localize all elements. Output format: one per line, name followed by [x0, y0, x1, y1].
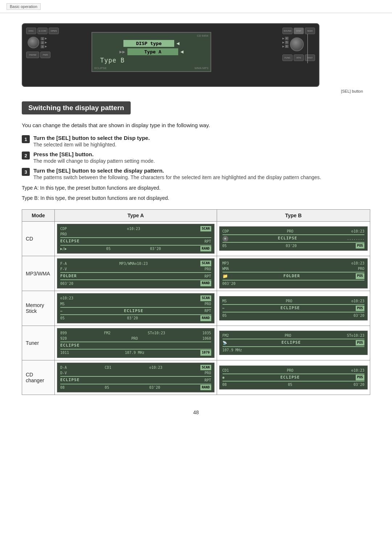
- highlight-bar2-mem-b: [222, 312, 364, 312]
- screen-row-3: Type B: [98, 57, 127, 64]
- type-a-cdchanger: D-ACD1⊙10:23SCAN D-VPRO ECLIPSERPT 08050…: [55, 360, 217, 395]
- step-1: 1 Turn the [SEL] button to select the Di…: [22, 135, 370, 148]
- wma-label: WMA·MP3: [195, 66, 208, 70]
- highlight-bar2-tuner-b: [222, 346, 364, 347]
- highlight-bar2-mp3-b: [222, 280, 364, 280]
- intro-text: You can change the details that are show…: [22, 121, 370, 130]
- step-1-content: Turn the [SEL] button to select the Disp…: [33, 135, 370, 148]
- cd-changer-icon: ◉: [222, 375, 225, 380]
- highlight-bar-mp3-a: [60, 272, 211, 273]
- rtn-btn[interactable]: RTN: [294, 55, 304, 61]
- type-b-cd: CDPPRO⊙10:23 ◉ECLIPSE........ 0503'20POS: [217, 221, 370, 256]
- screen-type-a: Type A: [127, 48, 178, 55]
- type-a-tuner: 899FM2ST⊙10:231035 920PRO1060 ECLIPSE 10…: [55, 326, 217, 360]
- type-b-cdchanger: CD1PRO⊙10:23 ◉ECLIPSEPOS 080503'20: [217, 360, 370, 395]
- mini-screen-cd-a: CDP⊙10:23SCAN PRO ECLIPSERPT ▶/▶0503'20R…: [57, 224, 215, 254]
- tast-btn[interactable]: TAST: [305, 55, 315, 61]
- device-left-controls: DISC E-COM OPEN 1 ▶ 2 ▶: [26, 28, 59, 58]
- mini-screen-cdc-b: CD1PRO⊙10:23 ◉ECLIPSEPOS 080503'20: [219, 366, 368, 390]
- mode-mp3: MP3/WMA: [22, 256, 55, 291]
- highlight-bar-cd-b: [222, 234, 364, 235]
- cd-icon: ◉: [222, 236, 228, 242]
- mini-screen-cd-b: CDPPRO⊙10:23 ◉ECLIPSE........ 0503'20POS: [219, 226, 368, 251]
- highlight-bar-mp3-b: [222, 272, 364, 273]
- device-image: DISC E-COM OPEN 1 ▶ 2 ▶: [22, 23, 319, 87]
- mode-memory: MemoryStick: [22, 291, 55, 326]
- main-content: DISC E-COM OPEN 1 ▶ 2 ▶: [22, 13, 370, 423]
- func-btn[interactable]: FUNC: [282, 55, 293, 61]
- type-b-mp3: MP3⊙10:23 WMAPRO 📁FOLDERPOS 003'20: [217, 256, 370, 291]
- pwr-btn[interactable]: PWR: [40, 52, 50, 58]
- screen-row-1: DISP type ◀: [123, 40, 179, 47]
- mini-screen-mem-a: ⊙10:23SCAN MSPRO ✏ECLIPSERPT 0503'20RAND: [57, 293, 215, 323]
- antenna-icon: 📡: [222, 340, 227, 346]
- page-number: 48: [22, 409, 370, 415]
- highlight-bar2-mp3-a: [60, 279, 211, 280]
- col-type-b: Type B: [217, 209, 370, 221]
- step-1-title: Turn the [SEL] button to select the Disp…: [33, 135, 370, 141]
- highlight-bar-cd-a: [60, 237, 211, 238]
- highlight-bar-mem-b: [222, 304, 364, 305]
- screen-arrow-2: ◀: [180, 49, 183, 54]
- highlight-bar2-cd-a: [60, 245, 211, 246]
- section-title: Switching the display pattern: [22, 101, 131, 114]
- step-3-num: 3: [22, 168, 30, 176]
- mini-screen-cdc-a: D-ACD1⊙10:23SCAN D-VPRO ECLIPSERPT 08050…: [57, 363, 215, 393]
- seek-btn[interactable]: SEEK: [305, 28, 315, 34]
- breadcrumb-text: Basic operation: [7, 3, 41, 10]
- step-2-num: 2: [22, 152, 30, 160]
- highlight-bar-tuner-a: [60, 342, 211, 342]
- device-screen: CD 8454 DISP type ◀ ▶▶ Type A ◀ Type B E…: [91, 32, 211, 72]
- model-label: CD 8454: [197, 34, 208, 37]
- type-b-tuner: FM2PROST⊙10:23 📡ECLIPSEPOS 107.9 MHz: [217, 326, 370, 360]
- highlight-bar2-tuner-a: [60, 349, 211, 350]
- step-3-desc: The patterns switch between the followin…: [33, 174, 370, 180]
- col-type-a: Type A: [55, 209, 217, 221]
- open-btn[interactable]: OPEN: [49, 28, 59, 34]
- fm-am-btn[interactable]: FM/AM: [26, 52, 39, 58]
- sel-indicator-line: [307, 34, 308, 63]
- mini-screen-mp3-a: F-AMP3/WMA⊙10:23SCAN F-VPRO FOLDERRPT 00…: [57, 258, 215, 288]
- ecom-btn[interactable]: E-COM: [37, 28, 48, 34]
- step-2-content: Press the [SEL] button. The mode will ch…: [33, 151, 370, 164]
- type-b-memory: MSPRO⊙10:23 ✏ECLIPSEPOS 0503'20: [217, 291, 370, 326]
- disc-btn[interactable]: DISC: [26, 28, 36, 34]
- table-row-memory: MemoryStick ⊙10:23SCAN MSPRO ✏ECLIPSERPT…: [22, 291, 370, 326]
- mini-screen-mem-b: MSPRO⊙10:23 ✏ECLIPSEPOS 0503'20: [219, 296, 368, 320]
- breadcrumb-bar: Basic operation: [0, 0, 392, 13]
- table-row-mp3: MP3/WMA F-AMP3/WMA⊙10:23SCAN F-VPRO FOLD…: [22, 256, 370, 291]
- screen-arrow-1: ◀: [176, 41, 179, 46]
- highlight-bar2-mem-a: [60, 314, 211, 315]
- step-2: 2 Press the [SEL] button. The mode will …: [22, 151, 370, 164]
- sel-knob[interactable]: [290, 37, 304, 51]
- type-a-cd: CDP⊙10:23SCAN PRO ECLIPSERPT ▶/▶0503'20R…: [55, 221, 217, 256]
- highlight-bar2-cd-b: [222, 242, 364, 243]
- step-1-desc: The selected item will be highlighted.: [33, 142, 370, 148]
- folder-icon: 📁: [222, 273, 228, 279]
- step-3-title: Turn the [SEL] button to select the disp…: [33, 167, 370, 174]
- brand-logo: ECLIPSE: [94, 66, 107, 70]
- step-3-content: Turn the [SEL] button to select the disp…: [33, 167, 370, 180]
- highlight-bar2-cdc-a: [60, 384, 211, 384]
- display-table: Mode Type A Type B CD CDP⊙10:23SCAN PRO …: [22, 209, 370, 395]
- step-3: 3 Turn the [SEL] button to select the di…: [22, 167, 370, 180]
- vol-knob[interactable]: [28, 37, 39, 48]
- type-a-mp3: F-AMP3/WMA⊙10:23SCAN F-VPRO FOLDERRPT 00…: [55, 256, 217, 291]
- table-row-cdchanger: CD changer D-ACD1⊙10:23SCAN D-VPRO ECLIP…: [22, 360, 370, 395]
- ms-icon-a: ✏: [60, 308, 63, 314]
- highlight-bar-cdc-b: [222, 374, 364, 374]
- highlight-bar-mem-a: [60, 307, 211, 308]
- step-2-desc: The mode will change to display pattern …: [33, 158, 370, 164]
- mini-screen-tuner-a: 899FM2ST⊙10:231035 920PRO1060 ECLIPSE 10…: [57, 328, 215, 358]
- type-a-desc: Type A: In this type, the preset button …: [22, 184, 370, 193]
- screen-arrow-forward: ▶▶: [119, 50, 125, 54]
- screen-bottom: ECLIPSE WMA·MP3: [94, 66, 208, 70]
- step-1-num: 1: [22, 135, 30, 143]
- disp-btn[interactable]: DISP: [294, 28, 304, 34]
- highlight-bar2-cdc-b: [222, 381, 364, 382]
- highlight-bar-cdc-a: [60, 376, 211, 377]
- ms-icon-b: ✏: [222, 305, 225, 311]
- sel-button-label: [SEL] button: [341, 89, 370, 93]
- sound-btn[interactable]: SOUND: [282, 28, 293, 34]
- type-a-memory: ⊙10:23SCAN MSPRO ✏ECLIPSERPT 0503'20RAND: [55, 291, 217, 326]
